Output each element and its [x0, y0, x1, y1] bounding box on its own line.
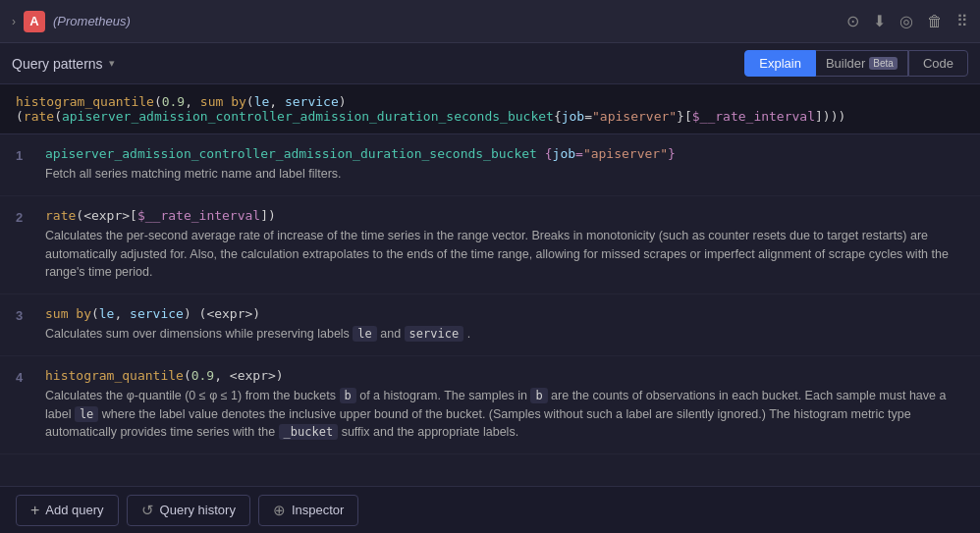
inspector-label: Inspector	[292, 503, 344, 517]
inline-code-service: service	[405, 326, 464, 342]
pattern-code-3: sum by(le, service) (<expr>)	[45, 306, 964, 321]
inspector-icon: ⊕	[273, 502, 286, 519]
pattern-content-1: apiserver_admission_controller_admission…	[45, 146, 964, 184]
plus-icon: +	[30, 502, 39, 519]
top-bar: › A (Prometheus) ⊙ ⬇ ◎ 🗑 ⠿	[0, 0, 980, 43]
expr-by: by	[231, 94, 246, 109]
pattern-content-4: histogram_quantile(0.9, <expr>) Calculat…	[45, 368, 964, 442]
pattern-item-1: 1 apiserver_admission_controller_admissi…	[0, 134, 980, 196]
pattern-num-4: 4	[16, 370, 31, 385]
history-icon: ↺	[141, 502, 154, 519]
pattern-num-3: 3	[16, 308, 31, 323]
dropdown-chevron-icon: ▾	[109, 57, 115, 70]
expr-rate-interval: $__rate_interval	[692, 109, 815, 124]
pattern-code-4: histogram_quantile(0.9, <expr>)	[45, 368, 964, 383]
label-filter-span: {	[545, 146, 553, 161]
pattern-code-2: rate(<expr>[$__rate_interval])	[45, 208, 964, 223]
expression-line2: (rate(apiserver_admission_controller_adm…	[16, 109, 964, 124]
top-bar-left: › A (Prometheus)	[12, 11, 131, 32]
main-container: › A (Prometheus) ⊙ ⬇ ◎ 🗑 ⠿ Query pattern…	[0, 0, 980, 533]
datasource-badge: A	[24, 11, 45, 32]
expr-sum: sum	[200, 94, 223, 109]
expr-histogram-quantile: histogram_quantile	[16, 94, 154, 109]
pattern-item-3: 3 sum by(le, service) (<expr>) Calculate…	[0, 294, 980, 356]
pattern-desc-2: Calculates the per-second average rate o…	[45, 227, 964, 282]
expression-line1: histogram_quantile(0.9, sum by(le, servi…	[16, 94, 964, 109]
content-area: 1 apiserver_admission_controller_admissi…	[0, 134, 980, 486]
bottom-bar: + Add query ↺ Query history ⊕ Inspector	[0, 486, 980, 533]
query-patterns-bar: Query patterns ▾ Explain Builder Beta Co…	[0, 43, 980, 84]
inline-code-bucket: _bucket	[279, 424, 339, 440]
inline-code-b1: b	[340, 388, 356, 403]
pattern-num-1: 1	[16, 148, 31, 163]
tab-code[interactable]: Code	[908, 50, 968, 77]
inspector-button[interactable]: ⊕ Inspector	[258, 495, 358, 526]
pattern-item-4: 4 histogram_quantile(0.9, <expr>) Calcul…	[0, 356, 980, 454]
expression-display: histogram_quantile(0.9, sum by(le, servi…	[0, 84, 980, 134]
expr-rate: rate	[24, 109, 54, 124]
pattern-desc-1: Fetch all series matching metric name an…	[45, 165, 964, 184]
pattern-code-1: apiserver_admission_controller_admission…	[45, 146, 964, 161]
trash-icon[interactable]: 🗑	[927, 13, 943, 30]
query-history-label: Query history	[160, 503, 236, 517]
expr-metric-name: apiserver_admission_controller_admission…	[62, 109, 554, 124]
add-query-button[interactable]: + Add query	[16, 495, 119, 526]
pattern-content-2: rate(<expr>[$__rate_interval]) Calculate…	[45, 208, 964, 282]
add-query-label: Add query	[45, 503, 103, 517]
download-icon[interactable]: ⬇	[873, 12, 886, 30]
datasource-name: (Prometheus)	[53, 14, 131, 28]
pattern-content-3: sum by(le, service) (<expr>) Calculates …	[45, 306, 964, 344]
eye-icon[interactable]: ◎	[899, 12, 913, 30]
pattern-num-2: 2	[16, 210, 31, 225]
tab-buttons: Explain Builder Beta Code	[744, 50, 968, 77]
grid-icon[interactable]: ⠿	[956, 12, 968, 30]
top-bar-actions: ⊙ ⬇ ◎ 🗑 ⠿	[846, 12, 968, 30]
inline-code-le2: le	[75, 406, 98, 422]
inline-code-b2: b	[530, 388, 547, 403]
query-patterns-label: Query patterns	[12, 56, 103, 72]
query-history-button[interactable]: ↺ Query history	[127, 495, 250, 526]
help-icon[interactable]: ⊙	[846, 12, 859, 30]
query-patterns-dropdown[interactable]: Query patterns ▾	[12, 56, 115, 72]
tab-explain[interactable]: Explain	[744, 50, 816, 77]
metric-name-span: apiserver_admission_controller_admission…	[45, 146, 537, 161]
pattern-item-2: 2 rate(<expr>[$__rate_interval]) Calcula…	[0, 196, 980, 294]
inline-code-le: le	[353, 326, 376, 342]
collapse-icon[interactable]: ›	[12, 15, 16, 28]
pattern-desc-4: Calculates the φ-quantile (0 ≤ φ ≤ 1) fr…	[45, 387, 964, 442]
tab-builder-label: Builder	[826, 56, 865, 71]
beta-badge: Beta	[869, 57, 898, 70]
tab-builder[interactable]: Builder Beta	[816, 50, 908, 77]
pattern-desc-3: Calculates sum over dimensions while pre…	[45, 325, 964, 344]
